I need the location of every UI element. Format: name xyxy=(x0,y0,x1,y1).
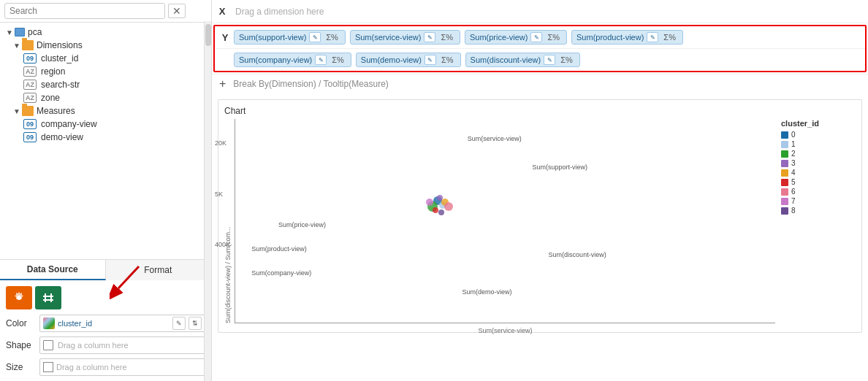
plus-button[interactable]: + xyxy=(218,77,227,91)
measures-label: Measures xyxy=(37,106,75,116)
dimensions-caret: ▼ xyxy=(13,42,20,50)
pill-company-view-label: Sum(company-view) xyxy=(239,55,312,64)
measure-demo-view-label: demo-view xyxy=(41,132,83,142)
measures-folder[interactable]: ▼ Measures xyxy=(0,104,211,118)
chart-title: Chart xyxy=(224,106,856,116)
chart-legend: cluster_id 0 1 2 xyxy=(775,119,856,323)
legend-item-6: 6 xyxy=(781,188,856,196)
legend-title: cluster_id xyxy=(781,119,856,128)
marks-icon-btn-2[interactable] xyxy=(35,286,61,309)
chart-container: Chart Sum(discount-view) / Sum(com... 20… xyxy=(218,99,862,333)
dim-zone[interactable]: AZ zone xyxy=(0,91,211,104)
pill-edit-icon-7[interactable]: ✎ xyxy=(544,55,555,65)
measure-company-view-label: company-view xyxy=(41,119,97,129)
color-field[interactable]: cluster_id ✎ ⇅ xyxy=(39,315,205,332)
svg-point-14 xyxy=(426,199,433,206)
pill-price-view[interactable]: Sum(price-view) ✎ Σ% xyxy=(465,30,567,45)
dataset-item[interactable]: ▼ pca xyxy=(0,26,211,39)
shape-field[interactable]: Drag a column here xyxy=(39,336,205,354)
x-axis-label: X xyxy=(215,6,229,17)
color-edit-icon[interactable]: ✎ xyxy=(172,317,186,330)
legend-label-3: 3 xyxy=(791,159,796,167)
sigma-btn-7[interactable]: Σ% xyxy=(558,55,575,65)
tab-format[interactable]: Format xyxy=(106,260,212,280)
dim-region[interactable]: AZ region xyxy=(0,65,211,78)
legend-label-7: 7 xyxy=(791,197,796,205)
size-placeholder: Drag a column here xyxy=(56,363,127,372)
search-input[interactable] xyxy=(4,3,165,19)
legend-color-3 xyxy=(781,160,788,167)
type-badge-az1: AZ xyxy=(23,66,37,77)
tooltip-row: + Break By(Dimension) / Tooltip(Measure) xyxy=(212,74,868,93)
measure-company-view[interactable]: 09 company-view xyxy=(0,118,211,131)
legend-label-0: 0 xyxy=(791,131,796,139)
legend-color-8 xyxy=(781,207,788,215)
scrollbar[interactable] xyxy=(204,21,211,381)
table-icon xyxy=(15,28,25,36)
shape-label: Shape xyxy=(6,340,39,350)
dimensions-folder[interactable]: ▼ Dimensions xyxy=(0,39,211,52)
pill-support-view[interactable]: Sum(support-view) ✎ Σ% xyxy=(234,30,346,45)
dim-cluster-id[interactable]: 09 cluster_id xyxy=(0,52,211,65)
shape-icon xyxy=(43,340,53,350)
dim-region-label: region xyxy=(41,66,65,77)
pill-service-view[interactable]: Sum(service-view) ✎ Σ% xyxy=(350,30,460,45)
scatter-label-discount: Sum(discount-view) xyxy=(549,251,606,258)
legend-color-0 xyxy=(781,131,788,139)
legend-label-8: 8 xyxy=(791,207,796,215)
y-axis-pills-row1: Sum(support-view) ✎ Σ% Sum(service-view)… xyxy=(232,28,862,47)
pill-edit-icon-2[interactable]: ✎ xyxy=(424,32,435,42)
pill-demo-view[interactable]: Sum(demo-view) ✎ Σ% xyxy=(356,53,461,67)
right-panel: X Drag a dimension here Y Sum(support-vi… xyxy=(212,0,868,381)
type-badge-az2: AZ xyxy=(23,80,37,90)
y-tick-1: 20K xyxy=(215,139,226,147)
pill-company-view[interactable]: Sum(company-view) ✎ Σ% xyxy=(234,53,351,67)
chart-area: Chart Sum(discount-view) / Sum(com... 20… xyxy=(212,93,868,381)
measure-demo-view[interactable]: 09 demo-view xyxy=(0,131,211,144)
sigma-btn-5[interactable]: Σ% xyxy=(330,55,346,65)
scatter-label-product: Sum(product-view) xyxy=(251,245,307,253)
y-axis-pills-row2: Sum(company-view) ✎ Σ% Sum(demo-view) ✎ … xyxy=(232,50,862,69)
color-value: cluster_id xyxy=(58,319,92,328)
legend-label-1: 1 xyxy=(791,140,796,148)
pill-product-view[interactable]: Sum(product-view) ✎ Σ% xyxy=(571,30,683,45)
legend-color-1 xyxy=(781,141,788,148)
color-sort-icon[interactable]: ⇅ xyxy=(189,317,202,330)
x-axis-content[interactable]: Drag a dimension here xyxy=(229,2,865,21)
pill-discount-view[interactable]: Sum(discount-view) ✎ Σ% xyxy=(465,53,580,67)
pill-edit-icon-4[interactable]: ✎ xyxy=(647,32,658,42)
sigma-btn-1[interactable]: Σ% xyxy=(324,32,340,42)
legend-item-0: 0 xyxy=(781,131,856,139)
y-axis-row-1: Y Sum(support-view) ✎ Σ% Sum(service-vie… xyxy=(215,26,865,48)
tab-data-source[interactable]: Data Source xyxy=(0,260,106,280)
type-badge-09: 09 xyxy=(23,53,37,64)
pill-discount-view-label: Sum(discount-view) xyxy=(471,55,541,64)
search-clear-button[interactable]: ✕ xyxy=(168,4,186,18)
legend-color-4 xyxy=(781,169,788,177)
sigma-btn-3[interactable]: Σ% xyxy=(545,32,562,42)
dim-search-str[interactable]: AZ search-str xyxy=(0,78,211,91)
marks-icon-btn-1[interactable] xyxy=(6,286,32,309)
sigma-btn-4[interactable]: Σ% xyxy=(661,32,678,42)
measures-caret: ▼ xyxy=(13,107,20,115)
y-axis-area: Y Sum(support-view) ✎ Σ% Sum(service-vie… xyxy=(213,25,867,72)
legend-color-5 xyxy=(781,179,788,186)
chart-y-axis-label: Sum(discount-view) / Sum(com... xyxy=(224,119,233,323)
caret-icon: ▼ xyxy=(6,28,13,36)
pill-edit-icon-1[interactable]: ✎ xyxy=(309,32,321,42)
search-area: ✕ xyxy=(0,0,211,23)
dim-cluster-id-label: cluster_id xyxy=(41,53,78,64)
legend-label-5: 5 xyxy=(791,178,796,186)
legend-label-2: 2 xyxy=(791,150,796,158)
pill-edit-icon-5[interactable]: ✎ xyxy=(315,55,327,65)
size-field[interactable]: Drag a column here xyxy=(39,358,205,376)
legend-item-3: 3 xyxy=(781,159,856,167)
size-label: Size xyxy=(6,362,39,372)
sigma-btn-2[interactable]: Σ% xyxy=(438,32,455,42)
pill-edit-icon-3[interactable]: ✎ xyxy=(530,32,542,42)
sigma-btn-6[interactable]: Σ% xyxy=(439,55,456,65)
color-row: Color cluster_id ✎ ⇅ xyxy=(0,312,211,334)
legend-color-6 xyxy=(781,188,788,196)
pill-edit-icon-6[interactable]: ✎ xyxy=(425,55,436,65)
pill-demo-view-label: Sum(demo-view) xyxy=(361,55,422,64)
